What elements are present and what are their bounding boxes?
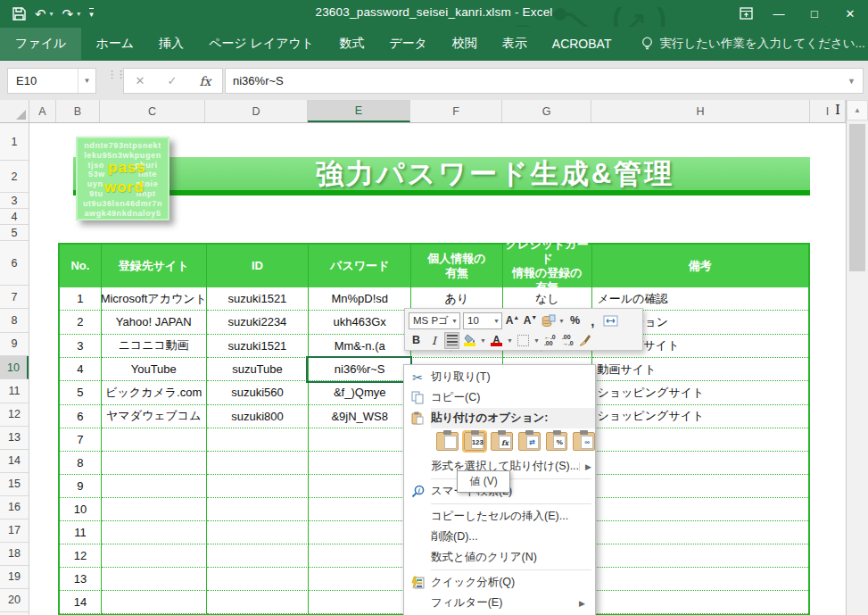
table-cell[interactable]: ショッピングサイト — [592, 381, 808, 404]
row-header-3[interactable]: 3 — [0, 193, 29, 209]
tab-home[interactable]: ホーム — [83, 28, 146, 60]
table-cell[interactable]: 4 — [60, 358, 102, 381]
table-cell[interactable]: ヤマダウェブコム — [102, 405, 207, 428]
tab-acrobat[interactable]: ACROBAT — [540, 29, 624, 59]
tab-formulas[interactable]: 数式 — [327, 28, 376, 60]
table-cell[interactable]: 14 — [60, 591, 102, 614]
table-cell[interactable]: 13 — [60, 568, 102, 591]
name-box[interactable]: E10 ▼ — [7, 68, 96, 94]
table-cell[interactable] — [309, 475, 411, 498]
row-header-2[interactable]: 2 — [0, 161, 29, 193]
row-header-8[interactable]: 8 — [0, 309, 29, 332]
paste-formulas-icon[interactable]: fx — [491, 432, 513, 451]
table-cell[interactable] — [207, 591, 310, 614]
menu-item-clear-contents[interactable]: 数式と値のクリア(N) — [404, 547, 595, 568]
selected-cell-border[interactable] — [306, 356, 412, 383]
paste-link-icon[interactable]: ∞ — [573, 432, 595, 451]
increase-decimal-icon[interactable]: ←.0 .00 — [542, 332, 558, 349]
table-cell[interactable]: suzuki2234 — [207, 311, 310, 334]
table-cell[interactable] — [102, 498, 207, 521]
table-cell[interactable] — [102, 475, 207, 498]
row-header-5[interactable]: 5 — [0, 225, 29, 241]
table-cell[interactable]: 9 — [60, 475, 102, 498]
column-header-C[interactable]: C — [100, 100, 205, 122]
increase-font-icon[interactable]: A▲ — [505, 312, 520, 329]
column-header-D[interactable]: D — [205, 100, 308, 122]
row-header-12[interactable]: 12 — [0, 403, 29, 427]
row-header-7[interactable]: 7 — [0, 286, 29, 309]
table-cell[interactable]: YouTube — [102, 358, 207, 381]
tell-me-box[interactable]: 実行したい作業を入力してください... — [641, 36, 864, 52]
tab-data[interactable]: データ — [376, 28, 440, 60]
scrollbar-thumb[interactable] — [849, 124, 865, 271]
table-cell[interactable]: 5 — [60, 381, 102, 404]
row-header-20[interactable]: 20 — [0, 589, 29, 612]
row-header-18[interactable]: 18 — [0, 543, 29, 566]
row-header-10[interactable]: 10 — [0, 356, 29, 379]
font-name-select[interactable]: MS Pゴ▼ — [409, 312, 460, 329]
table-cell[interactable] — [592, 591, 808, 614]
name-box-dropdown-icon[interactable]: ▼ — [78, 69, 95, 93]
column-header-G[interactable]: G — [502, 100, 591, 122]
row-header-4[interactable]: 4 — [0, 209, 29, 225]
table-cell[interactable] — [309, 544, 411, 568]
select-all-corner[interactable] — [0, 100, 29, 122]
table-cell[interactable]: 6 — [60, 405, 102, 428]
table-cell[interactable]: &9jN_WS8 — [309, 405, 411, 428]
formula-input[interactable]: ni36%r~S ▼ — [225, 68, 864, 94]
menu-item-quick-analysis[interactable]: クイック分析(Q) — [404, 572, 595, 593]
table-cell[interactable]: 11 — [60, 521, 102, 544]
menu-item-delete[interactable]: 削除(D)... — [404, 527, 595, 547]
row-header-1[interactable]: 1 — [0, 123, 29, 161]
column-header-F[interactable]: F — [410, 100, 502, 122]
decrease-decimal-icon[interactable]: .00 →.0 — [560, 332, 575, 349]
table-cell[interactable]: suzuki1521 — [207, 287, 310, 311]
table-cell[interactable] — [592, 568, 808, 591]
close-button[interactable]: ✕ — [832, 0, 868, 27]
italic-icon[interactable]: I — [426, 332, 442, 349]
table-cell[interactable] — [207, 452, 310, 475]
format-painter-icon[interactable] — [578, 332, 593, 349]
row-header-6[interactable]: 6 — [0, 241, 29, 286]
row-header-16[interactable]: 16 — [0, 496, 29, 519]
maximize-button[interactable]: □ — [797, 0, 832, 27]
table-cell[interactable] — [592, 498, 808, 521]
table-cell[interactable] — [592, 521, 808, 544]
column-header-B[interactable]: B — [56, 100, 100, 122]
table-cell[interactable] — [309, 591, 411, 614]
tab-file[interactable]: ファイル — [0, 28, 81, 60]
menu-item-copy[interactable]: コピー(C) — [404, 387, 595, 408]
table-cell[interactable]: suzuki1521 — [207, 335, 310, 358]
table-cell[interactable] — [309, 428, 411, 452]
row-header-13[interactable]: 13 — [0, 427, 29, 450]
column-header-E[interactable]: E — [308, 100, 410, 122]
table-cell[interactable]: suzuTube — [207, 358, 310, 381]
accounting-format-icon[interactable] — [541, 312, 556, 329]
ribbon-display-options-icon[interactable] — [731, 0, 761, 27]
comma-style-icon[interactable]: , — [585, 312, 600, 329]
fill-color-icon[interactable] — [462, 332, 477, 349]
table-cell[interactable] — [592, 428, 808, 452]
row-header-9[interactable]: 9 — [0, 333, 29, 356]
table-cell[interactable]: ukh463Gx — [309, 311, 411, 334]
column-header-H[interactable]: H — [591, 100, 810, 122]
table-cell[interactable] — [592, 452, 808, 475]
menu-item-cut[interactable]: ✂ 切り取り(T) — [404, 367, 595, 387]
table-cell[interactable]: 3 — [60, 335, 102, 358]
table-cell[interactable] — [207, 544, 310, 568]
paste-transpose-icon[interactable]: ⇄ — [518, 432, 541, 451]
table-cell[interactable] — [207, 568, 310, 591]
font-color-dropdown-icon[interactable]: ▼ — [507, 337, 513, 344]
table-cell[interactable] — [102, 428, 207, 452]
table-cell[interactable] — [309, 452, 411, 475]
font-size-dropdown-icon[interactable]: ▼ — [493, 318, 500, 324]
vertical-scrollbar[interactable]: ▲ — [846, 100, 868, 615]
paste-icon[interactable] — [436, 432, 459, 451]
column-header-A[interactable]: A — [29, 100, 56, 122]
table-cell[interactable] — [309, 568, 411, 591]
table-cell[interactable]: Yahoo! JAPAN — [102, 311, 207, 334]
center-align-icon[interactable] — [444, 332, 459, 349]
table-cell[interactable]: 動画サイト — [592, 358, 808, 381]
table-cell[interactable]: ニコニコ動画 — [102, 335, 207, 358]
table-cell[interactable] — [309, 521, 411, 544]
